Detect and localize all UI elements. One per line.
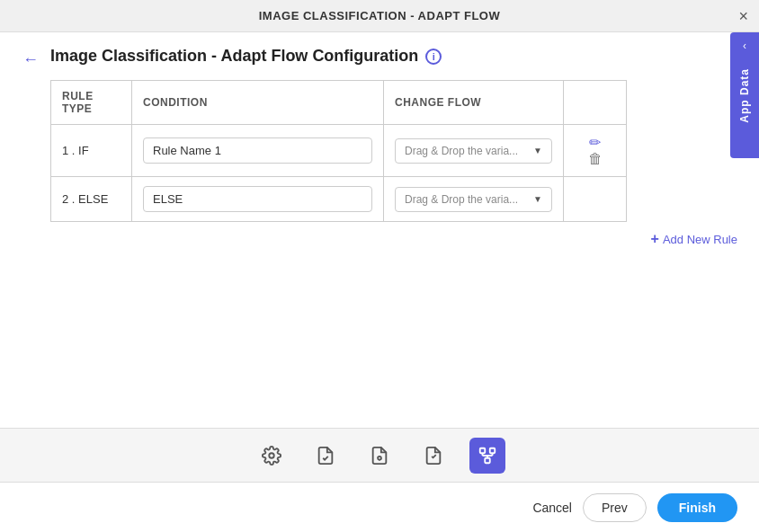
toolbar-doc-edit-button[interactable] — [415, 438, 451, 474]
finish-button[interactable]: Finish — [657, 493, 737, 522]
delete-icon-1[interactable]: 🗑 — [588, 151, 603, 166]
flow-icon — [478, 446, 497, 466]
page-title: Image Classification - Adapt Flow Config… — [50, 47, 418, 66]
app-data-sidebar[interactable]: ‹ App Data — [730, 32, 759, 158]
doc-edit-icon — [424, 446, 443, 466]
doc-check-icon — [316, 446, 335, 466]
svg-rect-8 — [485, 457, 490, 463]
edit-icon-1[interactable]: ✏ — [589, 135, 601, 150]
cancel-button[interactable]: Cancel — [532, 501, 572, 515]
close-button[interactable]: × — [738, 8, 748, 24]
window-title: IMAGE CLASSIFICATION - ADAPT FLOW — [259, 9, 501, 22]
doc-settings-icon — [370, 446, 389, 466]
main-content: ← Image Classification - Adapt Flow Conf… — [0, 32, 759, 428]
condition-cell-2 — [132, 177, 384, 222]
col-actions — [564, 81, 627, 125]
change-flow-dropdown-1[interactable]: Drag & Drop the varia... ▼ — [395, 138, 552, 164]
svg-rect-6 — [480, 448, 486, 453]
table-row: 2 . ELSE Drag & Drop the varia... ▼ — [51, 177, 627, 222]
svg-point-1 — [378, 456, 381, 459]
change-flow-cell-1: Drag & Drop the varia... ▼ — [384, 125, 564, 177]
condition-cell-1 — [132, 125, 384, 177]
rules-table: RULE TYPE CONDITION CHANGE FLOW 1 . IF — [50, 80, 627, 222]
condition-input-1[interactable] — [143, 137, 372, 164]
table-row: 1 . IF Drag & Drop the varia... ▼ ✏ — [51, 125, 627, 177]
toolbar-settings-button[interactable] — [254, 438, 290, 474]
change-flow-cell-2: Drag & Drop the varia... ▼ — [384, 177, 564, 222]
svg-point-0 — [269, 453, 274, 458]
title-bar: IMAGE CLASSIFICATION - ADAPT FLOW × — [0, 0, 759, 32]
footer: Cancel Prev Finish — [0, 482, 759, 532]
toolbar-flow-button[interactable] — [469, 438, 505, 474]
actions-cell-1: ✏ 🗑 — [564, 125, 627, 177]
settings-icon — [262, 446, 281, 466]
rule-type-1: 1 . IF — [51, 125, 132, 177]
add-new-rule-button[interactable]: + Add New Rule — [651, 231, 737, 247]
app-data-chevron-icon: ‹ — [743, 40, 746, 52]
add-rule-row: + Add New Rule — [18, 222, 741, 256]
add-rule-label: Add New Rule — [663, 233, 737, 246]
actions-cell-2 — [564, 177, 627, 222]
dropdown-caret-2: ▼ — [533, 194, 542, 204]
back-button[interactable]: ← — [18, 47, 43, 72]
dropdown-caret-1: ▼ — [533, 146, 542, 155]
rule-type-2: 2 . ELSE — [51, 177, 132, 222]
plus-icon: + — [651, 231, 659, 247]
page-header: Image Classification - Adapt Flow Config… — [50, 47, 627, 66]
col-condition: CONDITION — [132, 81, 384, 125]
dropdown-label-1: Drag & Drop the varia... — [405, 145, 518, 157]
bottom-toolbar — [0, 428, 759, 482]
info-icon[interactable]: i — [425, 49, 442, 65]
app-data-label: App Data — [738, 68, 751, 123]
change-flow-dropdown-2[interactable]: Drag & Drop the varia... ▼ — [395, 187, 552, 212]
dropdown-label-2: Drag & Drop the varia... — [405, 193, 518, 206]
condition-input-2[interactable] — [143, 186, 372, 212]
svg-rect-7 — [490, 448, 496, 453]
prev-button[interactable]: Prev — [583, 493, 647, 522]
col-rule-type: RULE TYPE — [51, 81, 132, 125]
col-change-flow: CHANGE FLOW — [384, 81, 564, 125]
toolbar-doc-check-button[interactable] — [308, 438, 344, 474]
toolbar-doc-settings-button[interactable] — [362, 438, 397, 474]
